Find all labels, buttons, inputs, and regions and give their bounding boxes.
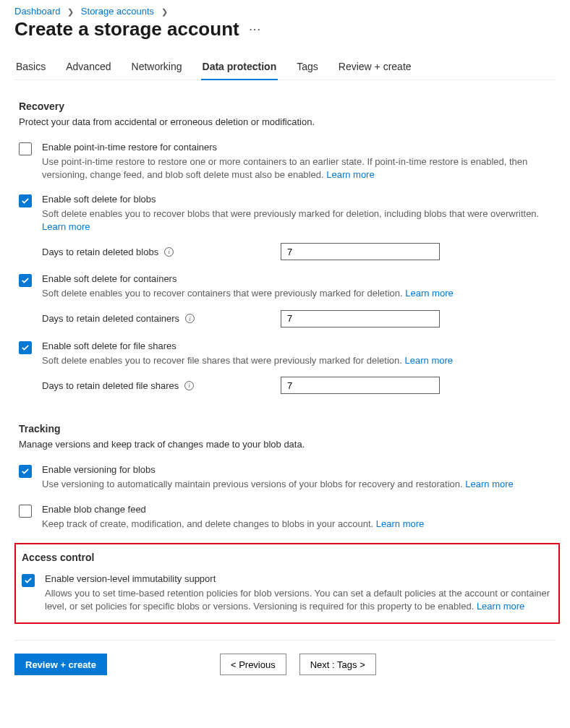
review-create-button[interactable]: Review + create: [14, 654, 107, 675]
chevron-right-icon: ❯: [161, 7, 168, 16]
info-icon[interactable]: i: [185, 314, 195, 323]
immutability-label: Enable version-level immutability suppor…: [45, 573, 553, 584]
access-control-highlight: Access control Enable version-level immu…: [14, 543, 560, 624]
soft-fileshares-label: Enable soft delete for file shares: [42, 341, 556, 351]
checkbox-soft-delete-containers[interactable]: [19, 274, 32, 287]
footer: Review + create < Previous Next : Tags >: [14, 654, 556, 675]
checkbox-versioning[interactable]: [19, 465, 32, 478]
pitr-label: Enable point-in-time restore for contain…: [42, 142, 556, 153]
changefeed-label: Enable blob change feed: [42, 504, 556, 515]
versioning-learn-more[interactable]: Learn more: [465, 479, 513, 489]
tabs: Basics Advanced Networking Data protecti…: [14, 56, 556, 80]
soft-containers-field-label: Days to retain deleted containers: [42, 313, 179, 324]
immutability-learn-more[interactable]: Learn more: [477, 601, 524, 612]
recovery-desc: Protect your data from accidental or err…: [19, 116, 556, 127]
breadcrumb: Dashboard ❯ Storage accounts ❯: [14, 6, 556, 17]
soft-blobs-days-input[interactable]: [281, 243, 440, 260]
soft-fileshares-learn-more[interactable]: Learn more: [405, 355, 453, 366]
tab-networking[interactable]: Networking: [132, 56, 182, 80]
checkbox-change-feed[interactable]: [19, 505, 32, 518]
soft-blobs-learn-more[interactable]: Learn more: [42, 221, 90, 232]
soft-containers-days-input[interactable]: [281, 310, 440, 327]
tab-data-protection[interactable]: Data protection: [203, 56, 277, 80]
versioning-label: Enable versioning for blobs: [42, 464, 556, 475]
soft-fileshares-field-label: Days to retain deleted file shares: [42, 380, 179, 391]
info-icon[interactable]: i: [184, 381, 194, 390]
breadcrumb-storage-accounts[interactable]: Storage accounts: [81, 6, 154, 17]
soft-fileshares-help: Soft delete enables you to recover file …: [42, 354, 556, 367]
versioning-help: Use versioning to automatically maintain…: [42, 478, 556, 491]
access-heading: Access control: [22, 552, 556, 563]
soft-containers-learn-more[interactable]: Learn more: [405, 288, 453, 299]
tracking-desc: Manage versions and keep track of change…: [19, 439, 556, 450]
immutability-help: Allows you to set time-based retention p…: [45, 587, 553, 612]
previous-button[interactable]: < Previous: [220, 654, 286, 675]
tab-review-create[interactable]: Review + create: [339, 56, 412, 80]
checkbox-soft-delete-blobs[interactable]: [19, 194, 32, 207]
breadcrumb-dashboard[interactable]: Dashboard: [14, 6, 61, 17]
recovery-heading: Recovery: [19, 100, 556, 112]
pitr-help: Use point-in-time restore to restore one…: [42, 155, 556, 181]
tab-tags[interactable]: Tags: [297, 56, 318, 80]
soft-blobs-field-label: Days to retain deleted blobs: [42, 247, 158, 257]
soft-fileshares-days-input[interactable]: [281, 377, 440, 394]
checkbox-immutability[interactable]: [22, 574, 35, 587]
changefeed-help: Keep track of create, modification, and …: [42, 518, 556, 531]
soft-containers-label: Enable soft delete for containers: [42, 273, 556, 284]
page-title: Create a storage account: [14, 18, 239, 40]
info-icon[interactable]: i: [164, 247, 174, 257]
tab-advanced[interactable]: Advanced: [66, 56, 111, 80]
pitr-learn-more[interactable]: Learn more: [326, 169, 374, 180]
chevron-right-icon: ❯: [67, 7, 74, 16]
more-icon[interactable]: ···: [250, 24, 262, 35]
changefeed-learn-more[interactable]: Learn more: [376, 518, 424, 529]
next-button[interactable]: Next : Tags >: [299, 654, 376, 675]
checkbox-pitr[interactable]: [19, 142, 32, 155]
soft-blobs-label: Enable soft delete for blobs: [42, 194, 556, 205]
soft-containers-help: Soft delete enables you to recover conta…: [42, 287, 556, 300]
tracking-heading: Tracking: [19, 423, 556, 434]
divider: [14, 640, 556, 641]
checkbox-soft-delete-fileshares[interactable]: [19, 341, 32, 354]
soft-blobs-help: Soft delete enables you to recover blobs…: [42, 207, 556, 233]
tab-basics[interactable]: Basics: [16, 56, 46, 80]
